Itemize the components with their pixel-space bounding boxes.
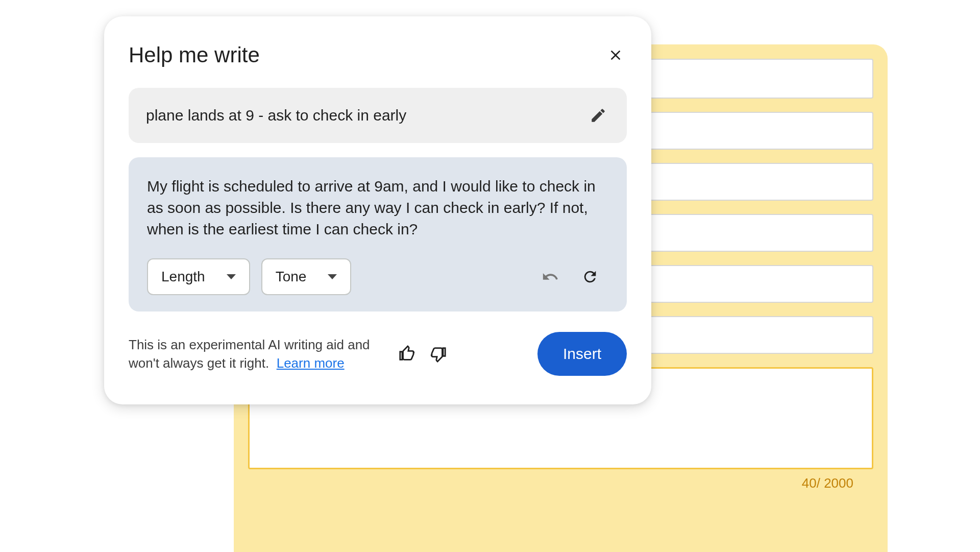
- feedback-buttons: [396, 343, 449, 365]
- help-me-write-modal: Help me write plane lands at 9 - ask to …: [104, 16, 651, 404]
- learn-more-link[interactable]: Learn more: [277, 355, 345, 371]
- prompt-box: plane lands at 9 - ask to check in early: [129, 88, 627, 143]
- modal-header: Help me write: [129, 43, 627, 67]
- close-button[interactable]: [604, 44, 627, 66]
- chevron-down-icon: [328, 274, 337, 279]
- modal-title: Help me write: [129, 43, 260, 67]
- length-select[interactable]: Length: [147, 258, 250, 295]
- regenerate-button[interactable]: [579, 266, 601, 288]
- pencil-icon: [590, 107, 607, 124]
- length-label: Length: [161, 269, 205, 285]
- tone-label: Tone: [276, 269, 307, 285]
- thumbs-down-icon: [429, 345, 447, 363]
- chevron-down-icon: [227, 274, 236, 279]
- tone-select[interactable]: Tone: [261, 258, 352, 295]
- undo-icon: [542, 268, 559, 285]
- char-counter: 40/ 2000: [802, 475, 853, 491]
- refresh-icon: [581, 268, 599, 285]
- close-icon: [607, 47, 624, 63]
- prompt-text: plane lands at 9 - ask to check in early: [146, 107, 406, 124]
- thumbs-up-button[interactable]: [396, 343, 419, 365]
- insert-button[interactable]: Insert: [537, 332, 627, 376]
- thumbs-down-button[interactable]: [427, 343, 449, 365]
- controls-row: Length Tone: [147, 258, 608, 295]
- modal-footer: This is an experimental AI writing aid a…: [129, 332, 627, 376]
- undo-button[interactable]: [539, 266, 561, 288]
- regen-actions: [539, 266, 608, 288]
- disclaimer-text: This is an experimental AI writing aid a…: [129, 335, 384, 373]
- suggestion-box: My flight is scheduled to arrive at 9am,…: [129, 157, 627, 311]
- thumbs-up-icon: [399, 345, 416, 363]
- edit-prompt-button[interactable]: [587, 104, 609, 127]
- suggestion-text: My flight is scheduled to arrive at 9am,…: [147, 176, 608, 240]
